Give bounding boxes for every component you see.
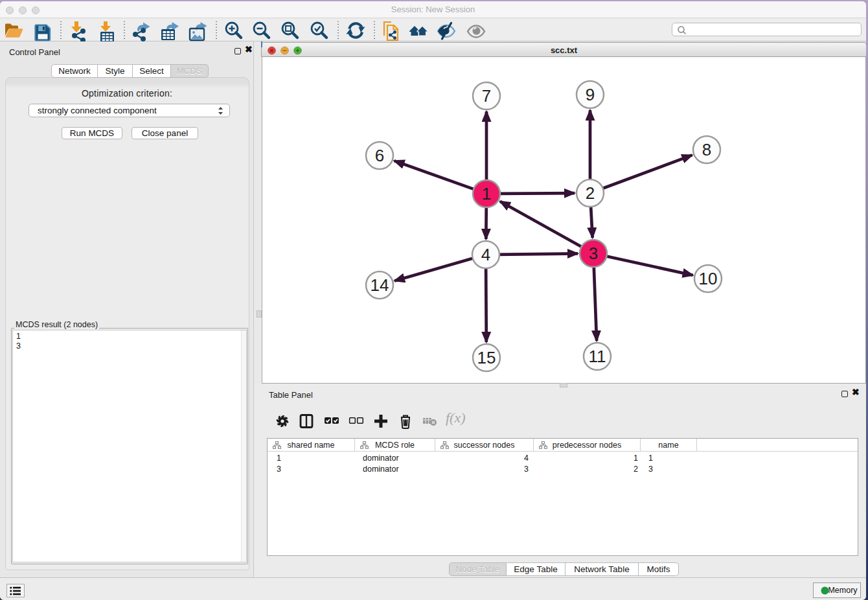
svg-text:14: 14 — [371, 275, 389, 295]
svg-text:7: 7 — [482, 86, 491, 106]
svg-text:4: 4 — [481, 245, 490, 264]
svg-text:15: 15 — [477, 348, 496, 367]
svg-text:3: 3 — [589, 244, 598, 263]
svg-text:11: 11 — [589, 347, 606, 366]
svg-text:8: 8 — [702, 140, 711, 159]
svg-text:9: 9 — [586, 85, 595, 104]
svg-text:1: 1 — [482, 184, 491, 203]
svg-text:10: 10 — [699, 269, 718, 288]
svg-text:6: 6 — [375, 146, 384, 165]
svg-text:2: 2 — [586, 183, 595, 203]
